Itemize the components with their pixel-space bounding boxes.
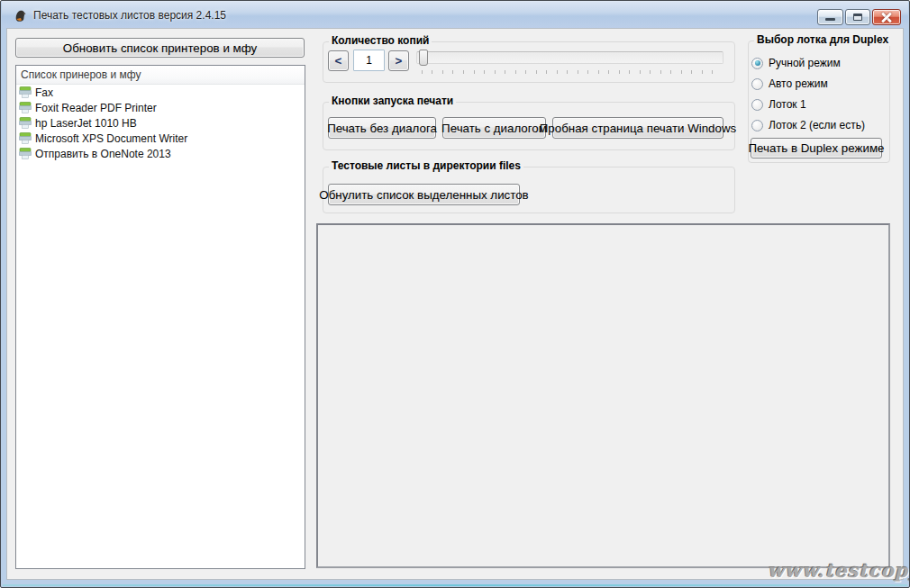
printer-icon [19, 102, 32, 113]
radio-icon [751, 99, 763, 111]
printer-list-header[interactable]: Список принеров и мфу [16, 66, 305, 85]
duplex-group-label: Выбор лотка для Duplex [754, 33, 891, 46]
watermark: www.testcopy.ru [768, 559, 910, 582]
refresh-printers-button[interactable]: Обновить список принтеров и мфу [15, 38, 305, 58]
radio-tray-1[interactable]: Лоток 1 [751, 98, 806, 111]
printer-icon [19, 148, 32, 159]
printer-name: Foxit Reader PDF Printer [35, 102, 157, 114]
print-windows-test-page-button[interactable]: Пробная страница печати Windows [552, 117, 723, 139]
radio-label: Авто режим [769, 77, 828, 90]
list-item[interactable]: Отправить в OneNote 2013 [16, 146, 305, 161]
test-sheets-panel [316, 223, 890, 568]
radio-label: Лоток 1 [769, 98, 806, 111]
titlebar: Печать тестовых листов версия 2.4.15 [2, 2, 908, 28]
copies-increment-button[interactable]: > [388, 50, 409, 71]
printer-icon [19, 132, 32, 144]
copies-group-label: Количество копий [329, 34, 432, 47]
window-title: Печать тестовых листов версия 2.4.15 [33, 9, 226, 22]
radio-label: Ручной режим [769, 57, 841, 69]
slider-tick-marks [422, 70, 722, 74]
list-item[interactable]: Microsoft XPS Document Writer [16, 131, 305, 146]
radio-icon [751, 120, 763, 131]
maximize-icon [853, 14, 862, 21]
list-item[interactable]: hp LaserJet 1010 HB [16, 115, 305, 131]
print-with-dialog-button[interactable]: Печать с диалогом [442, 117, 546, 139]
radio-label: Лоток 2 (если есть) [769, 119, 865, 131]
radio-tray-2[interactable]: Лоток 2 (если есть) [751, 119, 865, 131]
printer-name: Microsoft XPS Document Writer [35, 132, 187, 145]
printer-name: Отправить в OneNote 2013 [35, 148, 171, 160]
copies-decrement-button[interactable]: < [328, 50, 349, 71]
list-item[interactable]: Foxit Reader PDF Printer [16, 100, 305, 115]
minimize-icon [825, 18, 835, 21]
close-button[interactable] [872, 9, 901, 25]
copies-slider-thumb[interactable] [419, 50, 428, 66]
app-window: Печать тестовых листов версия 2.4.15 Обн… [0, 0, 910, 588]
printer-name: hp LaserJet 1010 HB [35, 117, 137, 130]
app-icon [13, 8, 28, 23]
minimize-button[interactable] [817, 9, 843, 25]
radio-manual-mode[interactable]: Ручной режим [751, 57, 841, 69]
print-no-dialog-button[interactable]: Печать без диалога [328, 117, 436, 139]
copies-slider-track[interactable] [416, 51, 723, 64]
reset-selected-sheets-button[interactable]: Обнулить список выделенных листов [328, 184, 520, 205]
print-group-label: Кнопки запуска печати [329, 95, 456, 107]
close-icon [881, 13, 892, 22]
printer-icon [19, 117, 32, 129]
radio-auto-mode[interactable]: Авто режим [751, 77, 828, 90]
list-item[interactable]: Fax [16, 85, 305, 100]
duplex-print-button[interactable]: Печать в Duplex режиме [751, 138, 882, 158]
maximize-button[interactable] [845, 9, 870, 25]
printer-list: Список принеров и мфу Fax Foxit Reader P… [15, 65, 305, 569]
printer-name: Fax [35, 86, 53, 99]
printer-icon [19, 86, 32, 98]
copies-count-input[interactable] [353, 50, 385, 71]
test-sheets-group-label: Тестовые листы в директории files [329, 159, 523, 172]
radio-icon [751, 58, 763, 69]
radio-icon [751, 78, 763, 90]
